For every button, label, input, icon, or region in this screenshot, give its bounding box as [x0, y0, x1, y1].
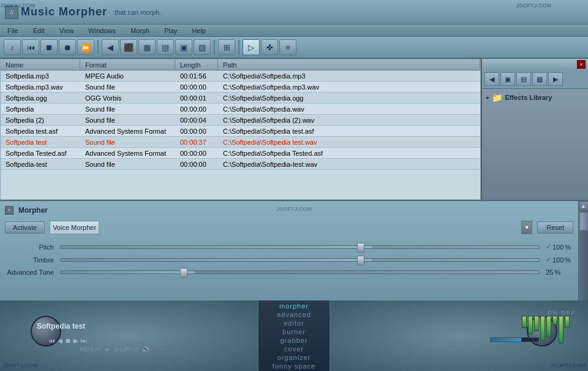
timbre-track[interactable] [60, 258, 540, 262]
file-row[interactable]: Softpedia test Sound file 00:00:37 C:\So… [1, 137, 480, 148]
advanced-tune-thumb[interactable] [180, 268, 187, 278]
file-row[interactable]: Softpedia Sound file 00:00:00 C:\Softped… [1, 104, 480, 115]
file-row[interactable]: Softpedia test.asf Advanced Systems Form… [1, 126, 480, 137]
vu-bar-3 [534, 316, 539, 331]
file-cell-name: Softpedia test.asf [1, 128, 80, 135]
file-list-area: Name Format Length Path Softpedia.mp3 MP… [0, 59, 481, 200]
timbre-value: ✓ 100 % [546, 256, 573, 264]
reset-button[interactable]: Reset [537, 221, 573, 234]
file-cell-path: C:\Softpedia\Softpedia.mp3 [218, 72, 480, 80]
file-cell-path: C:\Softpedia\Softpedia test.asf [218, 128, 480, 135]
toolbar-btn-11[interactable]: ▧ [194, 39, 211, 55]
file-cell-format: Sound file [80, 161, 175, 168]
select-arrow-icon[interactable]: ▼ [521, 221, 532, 234]
toolbar-btn-5[interactable]: ⏩ [77, 39, 94, 55]
vu-bar-7 [559, 316, 564, 343]
center-menu-burner[interactable]: burner [282, 328, 306, 335]
file-cell-path: C:\Softpedia\Softpedia.ogg [218, 94, 480, 102]
player-btn-stop[interactable]: ⏹ [65, 337, 71, 344]
activate-button[interactable]: Activate [5, 221, 45, 234]
advanced-tune-track[interactable] [60, 270, 540, 274]
morpher-scrollbar: ▲ ▼ [578, 201, 588, 313]
menu-play[interactable]: Play [162, 27, 179, 34]
col-header-format: Format [80, 59, 175, 70]
player-btn-prev[interactable]: ⏮ [49, 337, 55, 344]
file-cell-length: 00:00:37 [175, 139, 218, 146]
rpanel-btn-5[interactable]: ▶ [548, 72, 563, 86]
toolbar-btn-12[interactable]: ⊞ [218, 39, 235, 55]
toolbar-btn-6[interactable]: ◀ [102, 39, 119, 55]
scroll-thumb[interactable] [579, 212, 588, 231]
on-off-label: ON·OFF [548, 310, 576, 316]
file-row[interactable]: Softpedia.mp3 MPEG Audio 00:01:56 C:\Sof… [1, 71, 480, 82]
expand-icon[interactable]: + [486, 94, 489, 101]
pitch-label: Pitch [5, 243, 54, 251]
toolbar-btn-9[interactable]: ▤ [157, 39, 174, 55]
toolbar-btn-2[interactable]: ⏮ [22, 39, 39, 55]
menu-windows[interactable]: Windows [86, 27, 118, 34]
center-menu-cover[interactable]: cover [284, 345, 304, 353]
file-row[interactable]: Softpedia.ogg OGG Vorbis 00:00:01 C:\Sof… [1, 93, 480, 104]
file-row[interactable]: Softpedia (2) Sound file 00:00:04 C:\Sof… [1, 115, 480, 126]
center-menu-organizer[interactable]: organizer [277, 354, 311, 361]
toolbar-btn-7[interactable]: ⬛ [120, 39, 137, 55]
morpher-close-button[interactable]: × [5, 206, 13, 215]
repeat-label[interactable]: REPEAT [80, 346, 101, 353]
toolbar-btn-4[interactable]: ⏺ [59, 39, 76, 55]
player-btn-play[interactable]: ▶ [74, 337, 78, 344]
morpher-select-wrapper: Voice Morpher ▼ [50, 221, 532, 234]
toolbar-btn-8[interactable]: ▦ [138, 39, 156, 55]
toolbar-btn-3[interactable]: ⏹ [40, 39, 58, 55]
effects-tree: + 📁 Effects Library [482, 89, 588, 200]
top-bar: JSOFTJ.COM ♫ Music Morpher that can morp… [0, 0, 588, 25]
file-cell-path: C:\Softpedia\Softpedia-test.wav [218, 161, 480, 168]
center-menu-morpher[interactable]: morpher [279, 302, 309, 310]
shuffle-icon[interactable]: ⇌ [105, 346, 110, 353]
toolbar-btn-13[interactable]: ▷ [243, 39, 260, 55]
menu-view[interactable]: View [57, 27, 77, 34]
menu-morph[interactable]: Morph [128, 27, 152, 34]
file-cell-length: 00:01:56 [175, 72, 218, 80]
scroll-up-button[interactable]: ▲ [579, 201, 589, 211]
file-row[interactable]: Softpedia-test Sound file 00:00:00 C:\So… [1, 159, 480, 170]
rpanel-btn-1[interactable]: ◀ [484, 72, 499, 86]
center-menu-editor[interactable]: editor [284, 319, 304, 327]
panel-close-button[interactable]: × [577, 60, 586, 69]
rpanel-btn-4[interactable]: ▦ [532, 72, 547, 86]
bottom-center-menu: morpher advanced editor burner grabber c… [257, 300, 331, 371]
file-cell-name: Softpedia.ogg [1, 94, 80, 102]
menu-help[interactable]: Help [190, 27, 209, 34]
toolbar-btn-14[interactable]: ✤ [261, 39, 278, 55]
toolbar-btn-1[interactable]: ♪ [4, 39, 21, 55]
toolbar-sep-3 [238, 40, 239, 55]
volume-icon[interactable]: 🔊 [142, 346, 149, 353]
file-cell-format: Sound file [80, 117, 175, 124]
file-cell-format: Advanced Systems Format [80, 128, 175, 135]
volume-track[interactable] [490, 337, 539, 342]
file-cell-length: 00:00:00 [175, 161, 218, 168]
file-cell-length: 00:00:00 [175, 150, 218, 157]
center-menu-advanced[interactable]: advanced [277, 311, 311, 318]
toolbar-sep-1 [97, 40, 99, 55]
file-row[interactable]: Softpedia Tested.asf Advanced Systems Fo… [1, 148, 480, 159]
center-menu-funny-space[interactable]: funny space [273, 362, 315, 370]
pitch-track[interactable] [60, 245, 540, 249]
toolbar-btn-15[interactable]: ≡ [279, 39, 296, 55]
pitch-thumb[interactable] [357, 243, 364, 253]
shuffle-label[interactable]: SHUFFLE [113, 346, 138, 353]
file-cell-path: C:\Softpedia\Softpedia test.wav [218, 139, 480, 146]
morpher-preset-select[interactable]: Voice Morpher [50, 221, 99, 234]
menu-edit[interactable]: Edit [31, 27, 47, 34]
timbre-thumb[interactable] [357, 256, 364, 266]
menu-file[interactable]: File [5, 27, 21, 34]
player-btn-next[interactable]: ⏭ [81, 337, 87, 344]
timbre-label: Timbre [5, 256, 54, 264]
center-menu-grabber[interactable]: grabber [281, 337, 308, 344]
file-row[interactable]: Softpedia.mp3.wav Sound file 00:00:00 C:… [1, 82, 480, 93]
rpanel-btn-2[interactable]: ▣ [500, 72, 515, 86]
player-btn-rewind[interactable]: ◀ [58, 337, 62, 344]
toolbar-btn-10[interactable]: ▣ [175, 39, 192, 55]
advanced-tune-label: Advanced Tune [5, 269, 54, 276]
rpanel-btn-3[interactable]: ▤ [516, 72, 531, 86]
file-cell-name: Softpedia (2) [1, 117, 80, 124]
